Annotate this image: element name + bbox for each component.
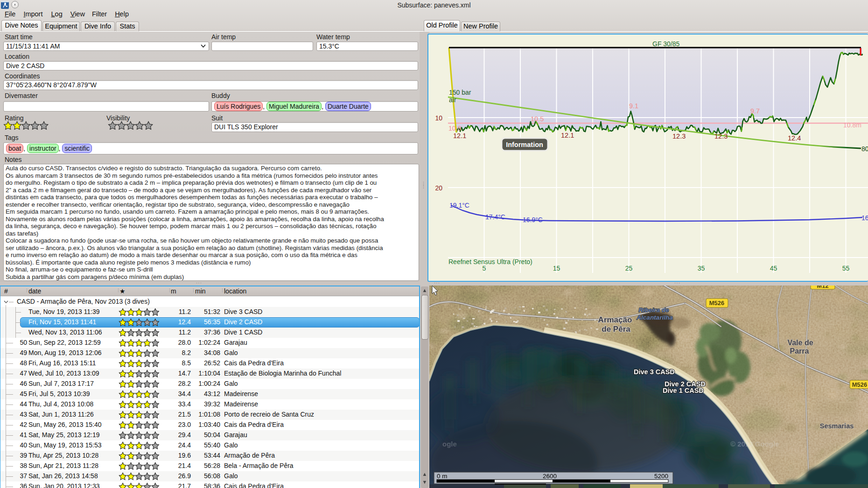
svg-text:© 2013 Google: © 2013 Google [730,440,779,448]
svg-text:M526: M526 [709,300,725,307]
svg-text:16.9°C: 16.9°C [523,216,543,223]
svg-text:Parra: Parra [790,347,809,355]
svg-text:Reefnet Sensus Ultra (Preto): Reefnet Sensus Ultra (Preto) [448,258,532,265]
svg-text:12.1: 12.1 [561,132,574,139]
svg-text:Vale de: Vale de [787,339,813,347]
svg-text:Sesmarias: Sesmarias [820,422,854,430]
svg-text:16: 16 [861,214,868,222]
svg-text:Dive 3 CASD: Dive 3 CASD [634,368,675,376]
svg-text:80: 80 [861,145,868,153]
svg-text:GF 30/85: GF 30/85 [652,40,680,48]
svg-text:10: 10 [435,114,442,122]
svg-text:air: air [449,96,456,104]
svg-text:ogle: ogle [442,440,457,448]
svg-text:5200: 5200 [654,473,668,480]
svg-text:10.5: 10.5 [531,115,544,123]
svg-text:55: 55 [842,265,850,272]
svg-text:10.8m: 10.8m [843,121,861,129]
svg-text:17.4°C: 17.4°C [485,213,505,221]
svg-text:Information: Information [506,141,543,148]
svg-text:M12: M12 [817,286,828,289]
svg-text:Dive 1 CASD: Dive 1 CASD [663,387,704,394]
svg-text:12.4: 12.4 [788,134,801,142]
svg-text:12.3: 12.3 [714,132,728,140]
svg-text:Alcantarilha: Alcantarilha [636,314,673,321]
svg-text:15: 15 [553,265,560,272]
svg-text:12.1: 12.1 [453,132,466,139]
svg-text:Ribeira de: Ribeira de [638,307,669,314]
svg-text:35: 35 [698,265,705,272]
svg-text:0 m: 0 m [437,473,448,480]
svg-text:10.8: 10.8 [448,125,461,132]
svg-text:M526: M526 [852,381,868,388]
svg-text:de Pêra: de Pêra [602,325,630,334]
svg-text:2600: 2600 [543,473,557,480]
svg-text:9.1: 9.1 [629,102,638,110]
svg-text:12.3: 12.3 [672,132,686,140]
svg-text:150 bar: 150 bar [449,89,471,96]
svg-text:20: 20 [435,184,442,192]
svg-text:45: 45 [770,265,777,272]
svg-text:25: 25 [625,265,633,272]
svg-text:19.1°C: 19.1°C [449,202,469,209]
svg-text:Armação: Armação [598,315,632,324]
svg-text:5: 5 [483,265,486,272]
svg-text:9.7: 9.7 [750,107,760,115]
